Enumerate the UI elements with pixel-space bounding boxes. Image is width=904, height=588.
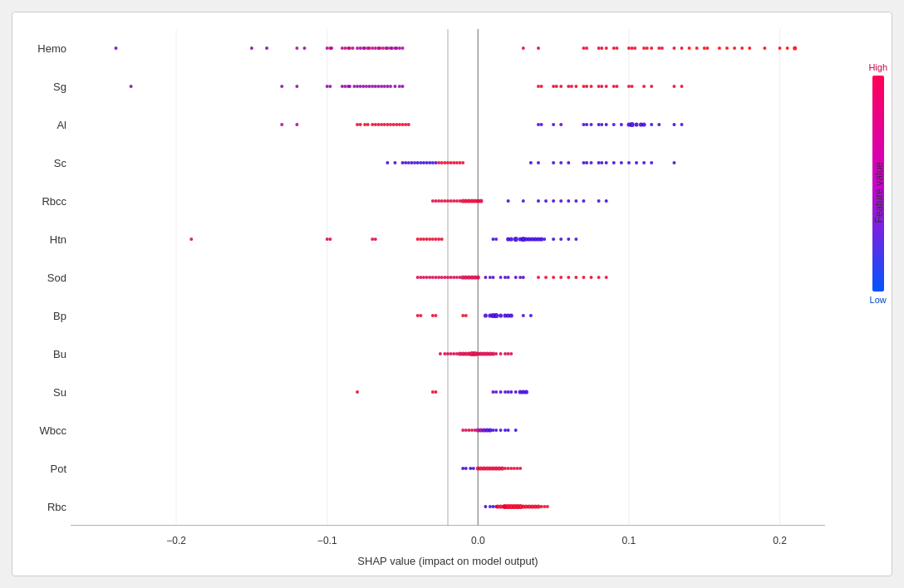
svg-point-234 bbox=[419, 238, 422, 241]
svg-point-343 bbox=[494, 390, 498, 394]
svg-point-303 bbox=[434, 314, 437, 317]
y-label-wbcc: Wbcc bbox=[21, 425, 66, 436]
svg-point-199 bbox=[672, 161, 676, 164]
svg-point-105 bbox=[582, 85, 585, 88]
svg-point-344 bbox=[499, 390, 503, 394]
svg-point-290 bbox=[537, 276, 540, 279]
svg-point-226 bbox=[597, 199, 601, 203]
svg-point-9 bbox=[250, 47, 253, 50]
svg-point-51 bbox=[633, 47, 636, 50]
svg-point-207 bbox=[452, 199, 455, 203]
x-tick--0.2: −0.2 bbox=[166, 535, 186, 546]
x-tick-0.2: 0.2 bbox=[773, 535, 787, 546]
svg-point-30 bbox=[378, 47, 381, 50]
svg-point-370 bbox=[469, 467, 472, 470]
svg-point-141 bbox=[559, 123, 563, 126]
svg-point-81 bbox=[352, 85, 356, 88]
svg-point-161 bbox=[401, 161, 405, 164]
svg-point-363 bbox=[494, 429, 498, 432]
svg-point-205 bbox=[446, 199, 450, 203]
svg-point-238 bbox=[431, 238, 435, 241]
svg-point-63 bbox=[718, 47, 721, 50]
svg-point-131 bbox=[395, 123, 398, 126]
svg-point-304 bbox=[461, 314, 464, 317]
svg-point-406 bbox=[540, 505, 543, 508]
svg-point-353 bbox=[464, 429, 468, 432]
svg-point-27 bbox=[371, 47, 374, 50]
svg-point-178 bbox=[452, 161, 455, 164]
y-label-sg: Sg bbox=[21, 81, 66, 92]
svg-point-113 bbox=[627, 85, 631, 88]
svg-point-157 bbox=[672, 123, 676, 126]
svg-point-189 bbox=[590, 161, 593, 164]
y-label-hemo: Hemo bbox=[21, 43, 66, 54]
svg-point-298 bbox=[597, 276, 601, 279]
svg-point-120 bbox=[359, 123, 362, 126]
svg-point-64 bbox=[725, 47, 729, 50]
svg-point-98 bbox=[540, 85, 543, 88]
svg-point-137 bbox=[295, 123, 298, 126]
svg-point-146 bbox=[600, 123, 603, 126]
svg-point-66 bbox=[740, 47, 744, 50]
svg-point-8 bbox=[114, 47, 117, 50]
svg-point-47 bbox=[612, 47, 616, 50]
svg-point-382 bbox=[507, 467, 510, 470]
svg-point-45 bbox=[600, 47, 603, 50]
svg-point-316 bbox=[439, 352, 442, 355]
svg-point-283 bbox=[491, 276, 494, 279]
svg-point-116 bbox=[650, 85, 653, 88]
svg-point-221 bbox=[552, 199, 555, 203]
svg-point-72 bbox=[130, 85, 133, 88]
svg-point-387 bbox=[484, 505, 487, 508]
svg-point-156 bbox=[657, 123, 661, 126]
svg-point-256 bbox=[552, 238, 555, 241]
svg-point-57 bbox=[672, 47, 676, 50]
svg-point-21 bbox=[356, 47, 359, 50]
svg-point-77 bbox=[341, 85, 344, 88]
svg-point-56 bbox=[661, 47, 664, 50]
svg-point-192 bbox=[605, 161, 608, 164]
svg-point-202 bbox=[437, 199, 440, 203]
svg-point-236 bbox=[425, 238, 429, 241]
svg-point-231 bbox=[371, 238, 374, 241]
x-axis-title: SHAP value (impact on model output) bbox=[71, 555, 825, 567]
svg-point-188 bbox=[585, 161, 588, 164]
svg-point-93 bbox=[389, 85, 392, 88]
svg-point-280 bbox=[476, 275, 480, 279]
svg-point-73 bbox=[280, 85, 283, 88]
svg-point-229 bbox=[326, 238, 329, 241]
svg-point-315 bbox=[529, 314, 533, 317]
svg-point-352 bbox=[461, 429, 464, 432]
svg-point-299 bbox=[605, 276, 608, 279]
svg-point-281 bbox=[484, 276, 487, 279]
svg-point-268 bbox=[440, 276, 444, 279]
svg-point-181 bbox=[461, 161, 464, 164]
svg-point-154 bbox=[642, 122, 646, 126]
svg-point-74 bbox=[295, 85, 298, 88]
svg-point-182 bbox=[529, 161, 533, 164]
chart-area: Hemo Sg Al Sc Rbcc Htn Sod Bp Bu Su Wbcc… bbox=[71, 29, 825, 526]
svg-point-365 bbox=[504, 429, 507, 432]
y-label-al: Al bbox=[21, 120, 66, 130]
svg-point-102 bbox=[567, 85, 570, 88]
svg-point-291 bbox=[544, 276, 548, 279]
svg-point-148 bbox=[612, 123, 616, 126]
svg-point-346 bbox=[507, 390, 510, 394]
svg-point-246 bbox=[513, 237, 518, 242]
y-label-rbc: Rbc bbox=[21, 502, 66, 512]
svg-point-263 bbox=[425, 276, 429, 279]
svg-point-230 bbox=[328, 238, 332, 241]
svg-point-219 bbox=[537, 199, 540, 203]
svg-point-160 bbox=[393, 161, 396, 164]
svg-point-295 bbox=[574, 276, 577, 279]
svg-point-83 bbox=[359, 85, 362, 88]
svg-point-185 bbox=[559, 161, 563, 164]
svg-point-235 bbox=[422, 238, 425, 241]
y-label-sc: Sc bbox=[21, 158, 66, 169]
svg-point-38 bbox=[398, 47, 401, 50]
svg-point-52 bbox=[642, 47, 646, 50]
svg-point-183 bbox=[537, 161, 540, 164]
svg-point-106 bbox=[585, 85, 588, 88]
svg-point-43 bbox=[585, 47, 588, 50]
svg-point-70 bbox=[786, 47, 789, 50]
